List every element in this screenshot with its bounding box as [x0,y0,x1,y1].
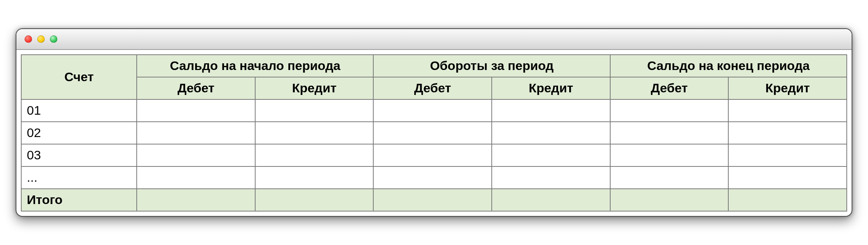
window-titlebar [16,29,852,50]
cell-account: 02 [21,122,137,144]
th-group-end-balance: Сальдо на конец периода [610,55,847,77]
app-window: Счет Сальдо на начало периода Обороты за… [16,28,852,216]
cell-end-credit [728,144,847,166]
cell-start-credit [255,99,374,122]
th-start-debit: Дебет [137,77,255,99]
cell-end-credit [728,99,847,122]
th-end-credit: Кредит [728,77,847,99]
cell-turn-debit [373,144,492,166]
cell-end-debit [610,122,729,144]
table-row: 02 [21,122,847,144]
cell-account: 01 [21,99,137,122]
th-turn-debit: Дебет [373,77,492,99]
cell-total-end-credit [728,189,847,211]
cell-turn-credit [492,166,610,189]
table-row: ... [21,166,847,189]
cell-start-debit [137,99,255,122]
cell-total-end-debit [610,189,729,211]
cell-total-start-debit [137,189,255,211]
cell-start-credit [255,144,374,166]
table-row: 03 [21,144,847,166]
cell-start-credit [255,166,374,189]
cell-turn-debit [373,166,492,189]
minimize-icon[interactable] [37,35,45,43]
window-content: Счет Сальдо на начало периода Обороты за… [16,50,852,216]
cell-end-debit [610,166,729,189]
cell-end-debit [610,99,729,122]
cell-start-debit [137,166,255,189]
cell-total-turn-debit [373,189,492,211]
cell-total-label: Итого [21,189,137,211]
cell-start-debit [137,144,255,166]
cell-start-credit [255,122,374,144]
cell-start-debit [137,122,255,144]
cell-end-debit [610,144,729,166]
table-row: 01 [21,99,847,122]
cell-turn-credit [492,122,610,144]
th-group-turnover: Обороты за период [373,55,610,77]
table-total-row: Итого [21,189,847,211]
cell-turn-credit [492,99,610,122]
cell-account: 03 [21,144,137,166]
cell-turn-debit [373,99,492,122]
cell-end-credit [728,166,847,189]
cell-account: ... [21,166,137,189]
cell-end-credit [728,122,847,144]
th-turn-credit: Кредит [492,77,610,99]
cell-total-turn-credit [492,189,610,211]
th-account: Счет [21,55,137,99]
cell-total-start-credit [255,189,374,211]
balance-table: Счет Сальдо на начало периода Обороты за… [21,54,847,211]
th-end-debit: Дебет [610,77,729,99]
cell-turn-credit [492,144,610,166]
cell-turn-debit [373,122,492,144]
zoom-icon[interactable] [50,35,57,43]
th-group-start-balance: Сальдо на начало периода [137,55,373,77]
th-start-credit: Кредит [255,77,374,99]
close-icon[interactable] [25,35,32,43]
